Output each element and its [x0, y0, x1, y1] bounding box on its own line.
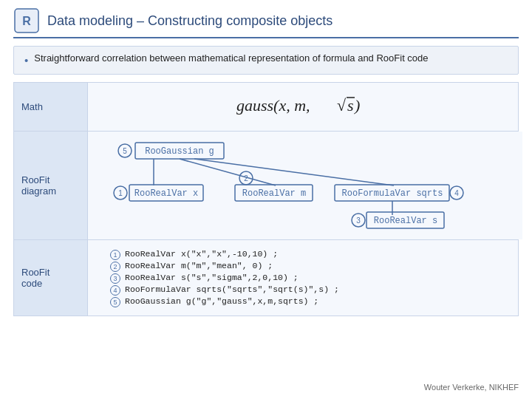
content-grid: Math gauss(x, m, √ s ) [13, 82, 519, 380]
svg-text:RooRealVar x: RooRealVar x [134, 188, 198, 199]
header-area: R Data modeling – Constructing composite… [13, 7, 519, 38]
svg-text:1: 1 [118, 189, 123, 197]
circle-4: 4 [110, 285, 120, 296]
svg-text:R: R [22, 15, 31, 27]
math-label: Math [14, 83, 88, 131]
circle-1: 1 [110, 250, 120, 260]
svg-text:): ) [353, 96, 360, 115]
circle-2: 2 [110, 262, 120, 272]
math-content: gauss(x, m, √ s ) [88, 83, 518, 131]
code-label: RooFitcode [14, 240, 88, 316]
circle-3: 3 [110, 273, 120, 284]
logo-area: R [13, 7, 40, 34]
svg-text:RooRealVar s: RooRealVar s [374, 216, 437, 226]
code-text-3: RooRealVar s("s","sigma",2,0,10) ; [125, 273, 299, 282]
code-label-text: RooFitcode [21, 267, 50, 289]
math-formula: gauss(x, m, √ s ) [229, 89, 377, 125]
code-line-5: 5 RooGaussian g("g","gauss",x,m,sqrts) ; [110, 296, 339, 307]
svg-text:gauss(x, m,: gauss(x, m, [236, 96, 310, 115]
page-title: Data modeling – Constructing composite o… [47, 13, 332, 29]
code-text-4: RooFormulaVar sqrts("sqrts","sqrt(s)",s)… [125, 284, 339, 294]
code-line-3: 3 RooRealVar s("s","sigma",2,0,10) ; [110, 273, 339, 283]
subtitle-box: • Straightforward correlation between ma… [13, 46, 519, 75]
code-text-2: RooRealVar m("m","mean", 0) ; [125, 261, 273, 270]
diagram-label-text: RooFitdiagram [21, 174, 56, 197]
code-text-5: RooGaussian g("g","gauss",x,m,sqrts) ; [125, 296, 318, 306]
svg-text:2: 2 [244, 174, 248, 183]
svg-text:RooRealVar m: RooRealVar m [242, 188, 306, 199]
svg-text:RooGaussian g: RooGaussian g [145, 146, 214, 157]
bullet: • [24, 52, 28, 68]
circle-5: 5 [110, 297, 120, 307]
svg-text:3: 3 [356, 216, 361, 225]
subtitle-text: Straightforward correlation between math… [34, 52, 428, 64]
code-content: 1 RooRealVar x("x","x",-10,10) ; 2 RooRe… [88, 240, 518, 316]
svg-line-13 [194, 159, 394, 185]
diagram-label: RooFitdiagram [14, 132, 88, 239]
code-text-1: RooRealVar x("x","x",-10,10) ; [125, 249, 278, 259]
code-container: 1 RooRealVar x("x","x",-10,10) ; 2 RooRe… [110, 246, 339, 310]
svg-text:4: 4 [454, 189, 459, 197]
code-row: RooFitcode 1 RooRealVar x("x","x",-10,10… [13, 239, 519, 316]
footer: Wouter Verkerke, NIKHEF [13, 383, 519, 392]
footer-text: Wouter Verkerke, NIKHEF [424, 383, 519, 392]
math-row: Math gauss(x, m, √ s ) [13, 82, 519, 131]
code-line-4: 4 RooFormulaVar sqrts("sqrts","sqrt(s)",… [110, 284, 339, 295]
svg-text:5: 5 [123, 147, 127, 155]
svg-text:RooFormulaVar sqrts: RooFormulaVar sqrts [342, 188, 443, 199]
diagram-content: 5 RooGaussian g 1 RooRealVar x [88, 132, 522, 239]
svg-text:s: s [347, 96, 354, 115]
code-line-1: 1 RooRealVar x("x","x",-10,10) ; [110, 249, 339, 259]
svg-text:√: √ [337, 96, 347, 115]
code-line-2: 2 RooRealVar m("m","mean", 0) ; [110, 261, 339, 271]
page: R Data modeling – Constructing composite… [0, 0, 532, 399]
diagram-row: RooFitdiagram 5 RooGaussian g [13, 131, 519, 239]
